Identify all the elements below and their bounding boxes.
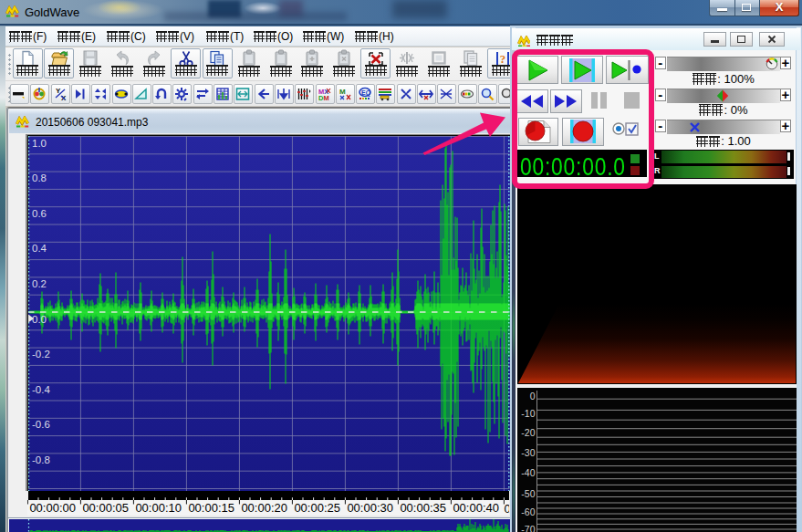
svg-text:-70: -70 [521,524,535,532]
svg-text:DM: DM [318,94,329,101]
svg-text:00:00:15: 00:00:15 [188,501,234,515]
svg-text:-0.4: -0.4 [32,383,50,394]
svg-text:0.0: 0.0 [32,313,47,324]
svg-text:00:00:40: 00:00:40 [453,501,499,515]
svg-text:00:00:35: 00:00:35 [400,501,446,515]
svg-text:M: M [339,88,346,96]
svg-text:-0.6: -0.6 [32,419,50,430]
svg-text:-40: -40 [521,467,535,478]
svg-text:00:00:30: 00:00:30 [347,501,393,515]
svg-text:0.2: 0.2 [32,277,47,288]
svg-text:EQ: EQ [361,89,371,97]
svg-text:00:00:20: 00:00:20 [241,501,287,515]
svg-text:-50: -50 [521,488,535,499]
svg-text:0.4: 0.4 [32,243,47,254]
svg-text:0.8: 0.8 [32,172,47,183]
svg-text:X: X [61,94,67,101]
svg-text:0: 0 [529,391,535,402]
svg-text:-20: -20 [521,427,535,438]
svg-text:-10: -10 [521,408,535,419]
svg-text:00:00:05: 00:00:05 [82,501,129,515]
svg-text:00:00:45: 00:00:45 [504,502,509,516]
svg-text:00:00:10: 00:00:10 [135,501,182,515]
svg-text:-0.2: -0.2 [32,349,50,360]
svg-text:-30: -30 [521,447,535,458]
svg-text:00:00:25: 00:00:25 [294,501,340,515]
svg-text:-0.8: -0.8 [32,454,50,464]
svg-text:0.6: 0.6 [32,207,47,218]
svg-text:00:00:00: 00:00:00 [29,501,76,515]
svg-text:1.0: 1.0 [32,137,47,148]
svg-text:-60: -60 [521,506,535,517]
